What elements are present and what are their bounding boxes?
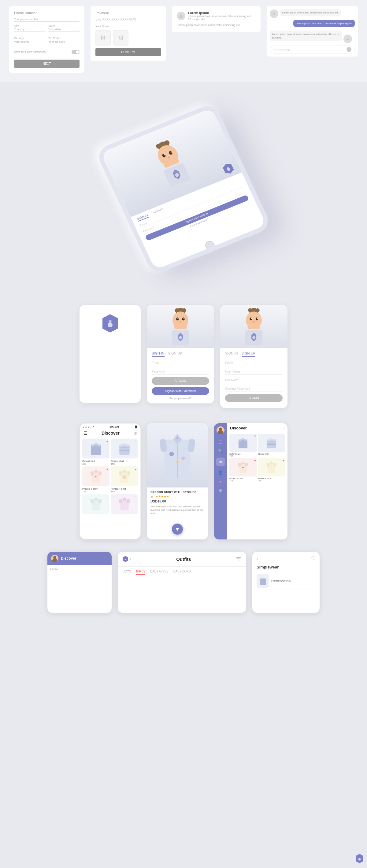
- chat-input-row[interactable]: Your message...: [270, 45, 355, 54]
- signin-screen: SIGN-IN SIGN-UP Email Password SIGN-IN S…: [147, 305, 214, 403]
- signin-tab-3[interactable]: SIGN-IN: [225, 351, 238, 357]
- product-name-2: Striped shirt: [111, 460, 138, 462]
- fb-signin-btn[interactable]: Sign-In With Facebook: [152, 387, 209, 395]
- heart-6[interactable]: ♡: [134, 495, 137, 499]
- country-field[interactable]: Country Your country: [14, 37, 45, 44]
- outfits-filter-icon[interactable]: [236, 556, 241, 562]
- filter-icon[interactable]: ⊞: [134, 431, 137, 435]
- send-button[interactable]: [346, 47, 351, 52]
- signin-btn[interactable]: SIGN-IN: [152, 377, 209, 385]
- email-field-3[interactable]: Email: [225, 360, 283, 366]
- heart-2[interactable]: ♡: [134, 440, 137, 443]
- sidebar-prod-img-3: W!: [229, 458, 257, 476]
- product-detail-price: USD18.00: [150, 499, 204, 503]
- chat-row-3: Lorem ipsum dolor sit amet, consectetur …: [270, 31, 355, 43]
- svg-point-119: [125, 559, 126, 560]
- lorem-subtitle: Lorem ipsum dolor amet, consectetur adip…: [188, 15, 251, 18]
- form-card: Phone Number Your phone number. City You…: [9, 6, 84, 73]
- password-field-2[interactable]: Password: [152, 369, 209, 375]
- email-field-2[interactable]: Email: [152, 360, 209, 366]
- sidebar-product-1: ♥ Oxford shirt 23$: [229, 434, 257, 457]
- outfits-screen: ≡ Outfits BOYS GIRLS BABY GIRLS BABY BOY…: [118, 552, 246, 613]
- product-cell-1: ♥ Oxford shirt 23$: [82, 439, 110, 465]
- simplewear-heart-icon[interactable]: ♡: [311, 555, 315, 561]
- svg-point-90: [169, 452, 174, 456]
- signup-tab-2[interactable]: SIGN-UP: [168, 351, 182, 357]
- purple-sidebar: ☰ 🔍 🛍 👤 ♥ ⚙: [214, 423, 227, 539]
- city-field[interactable]: City Your city: [14, 24, 45, 32]
- sidebar-search-icon[interactable]: 🔍: [218, 449, 223, 453]
- discover-screen-1: ●●●●● ᅵ 9:41 AM ▐█ ☰ Discover ⊞: [80, 423, 141, 539]
- outfits-tab-baby-girls[interactable]: BABY GIRLS: [150, 570, 168, 575]
- product-detail-content: OXFORD SHIRT WITH PATCHES 36 ★★★★★ USD18…: [147, 488, 208, 518]
- product-name-3: Printed T-shirt: [82, 488, 110, 490]
- sidebar-heart-icon[interactable]: ♥: [219, 479, 222, 484]
- sidebar-heart-3[interactable]: ♥: [254, 459, 256, 462]
- chat-bubble-1: Lorem ipsum dolor amet, consectetur adip…: [280, 9, 341, 16]
- save-toggle[interactable]: [72, 50, 80, 54]
- heart-4[interactable]: ♥: [135, 468, 137, 471]
- bottom-discover-header: Discover: [48, 552, 112, 565]
- svg-rect-115: [274, 463, 277, 466]
- forgot-password-link[interactable]: Forgot password?: [152, 397, 209, 400]
- sidebar-filter-icon[interactable]: ⊞: [282, 426, 284, 430]
- product-name-1: Oxford shirt: [82, 460, 110, 462]
- sidebar-heart-4[interactable]: ♥: [283, 459, 284, 462]
- svg-point-25: [182, 308, 186, 312]
- outfits-tab-boys[interactable]: BOYS: [123, 570, 131, 575]
- signup-tab-3[interactable]: SIGN-UP: [242, 351, 256, 357]
- svg-point-51: [252, 336, 255, 339]
- state-field[interactable]: State Your state: [48, 24, 80, 32]
- product-price-1: 23$: [82, 462, 110, 465]
- heart-3[interactable]: ♥: [107, 468, 108, 471]
- sidebar-heart-1[interactable]: ♥: [254, 435, 256, 438]
- heart-1[interactable]: ♥: [107, 440, 108, 443]
- svg-rect-79: [90, 499, 93, 503]
- product-price-3: 17$: [82, 490, 110, 493]
- sidebar-home-icon[interactable]: ☰: [219, 440, 222, 444]
- city-placeholder: Your city: [14, 28, 45, 31]
- country-placeholder: Your country: [14, 40, 45, 43]
- outfits-tab-girls[interactable]: GIRLS: [136, 570, 146, 575]
- chat-input[interactable]: Your message...: [273, 48, 346, 51]
- phone-label: Your phone number.: [14, 18, 80, 21]
- sidebar-heart-2[interactable]: ♡: [282, 435, 284, 438]
- svg-point-22: [109, 320, 112, 323]
- svg-point-95: [218, 431, 224, 434]
- outfits-tab-baby-boys[interactable]: BABY BOYS: [173, 570, 191, 575]
- sidebar-pprice-1: 23$: [229, 455, 257, 457]
- signup-screen: SIGN-IN SIGN-UP Email User Name Password…: [220, 305, 287, 408]
- heart-5[interactable]: ♡: [106, 495, 108, 499]
- fab-button[interactable]: ♥: [172, 524, 183, 534]
- username-field[interactable]: User Name: [225, 369, 283, 375]
- password-field-3[interactable]: Password: [225, 377, 283, 383]
- auth-screens-section: SIGN-IN SIGN-UP Email Password SIGN-IN S…: [0, 296, 367, 417]
- sidebar-profile-icon[interactable]: 👤: [218, 470, 223, 475]
- zip-field[interactable]: Zip Code Your zip code: [48, 37, 80, 44]
- next-button[interactable]: NEXT: [14, 60, 80, 68]
- svg-point-28: [182, 317, 185, 320]
- sidebar-avatar[interactable]: [217, 426, 224, 434]
- confirm-password-field[interactable]: Confirm Password: [225, 386, 283, 392]
- confirm-button[interactable]: CONFIRM: [95, 48, 161, 56]
- country-zip-row: Country Your country Zip Code Your zip c…: [14, 37, 80, 47]
- country-label: Country: [14, 37, 45, 40]
- svg-rect-75: [126, 471, 130, 475]
- phone-field[interactable]: Your phone number.: [14, 18, 80, 22]
- signin-tab[interactable]: SIGN-IN: [152, 351, 165, 357]
- sidebar-content-area: Discover ⊞ ♥ Oxford shirt: [227, 423, 287, 539]
- simplewear-screen: ‹ ♡ Simplewear Oxford shirt 235: [252, 552, 319, 613]
- child-illustration: [144, 133, 198, 192]
- lorem-title: Lorem ipsum: [188, 11, 251, 15]
- signup-btn[interactable]: SIGN-UP: [225, 394, 283, 402]
- sidebar-pname-2: Striped shirt: [258, 453, 285, 455]
- review-count: 36: [150, 495, 153, 498]
- form-card-title: Phone Number: [14, 11, 80, 15]
- product-price-4: 18$: [111, 490, 138, 493]
- svg-rect-114: [266, 463, 270, 466]
- menu-icon[interactable]: ☰: [84, 431, 87, 436]
- back-icon[interactable]: ‹: [257, 556, 258, 561]
- sidebar-shop-icon[interactable]: 🛍: [216, 458, 225, 466]
- sidebar-settings-icon[interactable]: ⚙: [219, 488, 222, 493]
- svg-rect-74: [119, 471, 122, 475]
